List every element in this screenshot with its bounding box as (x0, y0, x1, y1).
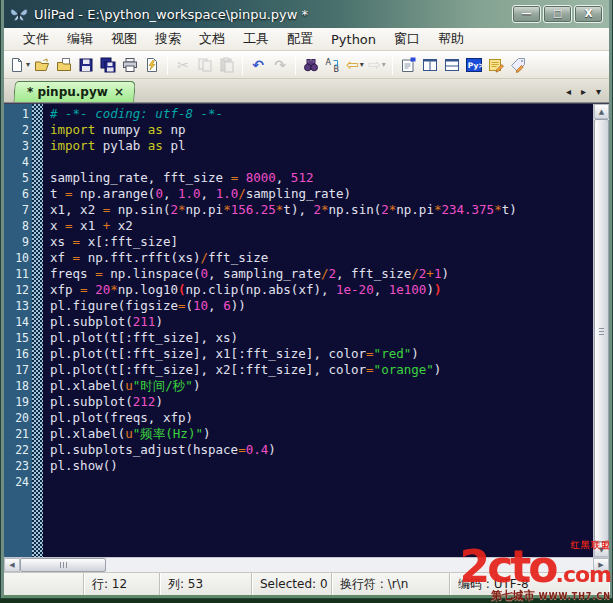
menu-item[interactable]: 帮助 (429, 28, 473, 50)
open-file-button[interactable] (31, 53, 53, 77)
menu-item[interactable]: 文件 (14, 28, 58, 50)
code-text: pl.plot(t[:fft_size], xs) (50, 330, 238, 345)
tab-next-icon[interactable]: ▸ (581, 86, 586, 97)
dropdown-caret-icon[interactable]: ▾ (360, 60, 364, 69)
code-text: # -*- coding: utf-8 -*- (50, 106, 223, 121)
minimize-button[interactable]: — (512, 5, 541, 23)
line-number: 4 (4, 154, 29, 170)
code-line[interactable]: 15pl.plot(t[:fft_size], xs) (4, 330, 593, 346)
toolbar: ▾✂↶↷AB⇦▾⇨▾Py> (4, 51, 609, 79)
code-line[interactable]: 9xs = x[:fft_size] (4, 234, 593, 250)
code-line[interactable]: 2import numpy as np (4, 122, 593, 138)
menu-item[interactable]: 配置 (278, 28, 322, 50)
python-shell-button[interactable]: Py> (463, 53, 485, 77)
code-text: xs = x[:fft_size] (50, 234, 178, 249)
code-line[interactable]: 17pl.plot(t[:fft_size], x2[:fft_size], c… (4, 362, 593, 378)
code-editor[interactable]: 1# -*- coding: utf-8 -*-2import numpy as… (4, 104, 593, 557)
tab-list-icon[interactable]: ▾ (596, 86, 601, 97)
print-button[interactable] (119, 53, 141, 77)
line-number: 19 (4, 394, 29, 410)
code-line[interactable]: 16pl.plot(t[:fft_size], x1[:fft_size], c… (4, 346, 593, 362)
horizontal-scroll-track[interactable] (106, 558, 593, 572)
editor-lines: 1# -*- coding: utf-8 -*-2import numpy as… (4, 106, 593, 490)
edit-tag-button[interactable] (507, 53, 529, 77)
code-line[interactable]: 21pl.xlabel(u"频率(Hz)") (4, 426, 593, 442)
menu-item[interactable]: 编辑 (58, 28, 102, 50)
document-properties-button[interactable] (397, 53, 419, 77)
menu-item[interactable]: 窗口 (385, 28, 429, 50)
code-line[interactable]: 14pl.subplot(211) (4, 314, 593, 330)
vertical-scroll-thumb[interactable] (594, 119, 609, 542)
close-button[interactable]: X (574, 5, 603, 23)
menu-item[interactable]: 工具 (234, 28, 278, 50)
code-line[interactable]: 3import pylab as pl (4, 138, 593, 154)
line-number: 8 (4, 218, 29, 234)
tab-pinpu-pyw[interactable]: * pinpu.pyw × (13, 81, 135, 102)
code-line[interactable]: 12xfp = 20*np.log10(np.clip(np.abs(xf), … (4, 282, 593, 298)
code-line[interactable]: 1# -*- coding: utf-8 -*- (4, 106, 593, 122)
menu-item[interactable]: 搜索 (146, 28, 190, 50)
code-line[interactable]: 4 (4, 154, 593, 170)
code-line[interactable]: 11freqs = np.linspace(0, sampling_rate/2… (4, 266, 593, 282)
toolbar-separator (167, 55, 168, 75)
code-text: pl.subplot(212) (50, 394, 163, 409)
ulipad-window: UliPad - E:\python_workspace\pinpu.pyw *… (1, 0, 612, 598)
scroll-up-icon[interactable]: ▲ (594, 104, 609, 119)
split-vertical-button[interactable] (419, 53, 441, 77)
line-number: 1 (4, 106, 29, 122)
line-number: 16 (4, 346, 29, 362)
vertical-scrollbar[interactable]: ▲ ▼ (593, 104, 609, 557)
menu-item[interactable]: 视图 (102, 28, 146, 50)
nav-back-button[interactable]: ⇦▾ (344, 53, 366, 77)
code-line[interactable]: 10xf = np.fft.rfft(xs)/fft_size (4, 250, 593, 266)
dropdown-caret-icon[interactable]: ▾ (26, 60, 30, 69)
line-number: 17 (4, 362, 29, 378)
code-text: pl.plot(freqs, xfp) (50, 410, 193, 425)
replace-button[interactable]: AB (322, 53, 344, 77)
code-text: import numpy as np (50, 122, 185, 137)
svg-text:B: B (334, 65, 340, 73)
undo-button[interactable]: ↶ (247, 53, 269, 77)
find-button[interactable] (300, 53, 322, 77)
code-line[interactable]: 7x1, x2 = np.sin(2*np.pi*156.25*t), 2*np… (4, 202, 593, 218)
save-button[interactable] (75, 53, 97, 77)
scroll-right-icon[interactable]: ▶ (593, 558, 609, 572)
edit-note-button[interactable] (485, 53, 507, 77)
status-encoding: 编码 : UTF-8 (450, 573, 609, 595)
new-file-button[interactable]: ▾ (8, 53, 31, 77)
code-line[interactable]: 6t = np.arange(0, 1.0, 1.0/sampling_rate… (4, 186, 593, 202)
code-line[interactable]: 18pl.xlabel(u"时间/秒") (4, 378, 593, 394)
open-folder-button[interactable] (53, 53, 75, 77)
tab-close-icon[interactable]: × (114, 85, 124, 99)
code-text: pl.figure(figsize=(10, 6)) (50, 298, 246, 313)
menu-item[interactable]: 文档 (190, 28, 234, 50)
print-icon (122, 57, 138, 73)
menu-item[interactable]: Python (322, 30, 385, 49)
code-line[interactable]: 20pl.plot(freqs, xfp) (4, 410, 593, 426)
code-line[interactable]: 19pl.subplot(212) (4, 394, 593, 410)
scroll-left-icon[interactable]: ◀ (4, 558, 20, 572)
code-line[interactable]: 24 (4, 474, 593, 490)
code-text: pl.subplots_adjust(hspace=0.4) (50, 442, 276, 457)
title-bar[interactable]: UliPad - E:\python_workspace\pinpu.pyw *… (4, 0, 609, 28)
document-properties-icon (400, 57, 416, 73)
save-all-button[interactable] (97, 53, 119, 77)
code-line[interactable]: 23pl.show() (4, 458, 593, 474)
maximize-button[interactable]: □ (543, 5, 572, 23)
line-number: 18 (4, 378, 29, 394)
new-file-icon (9, 57, 25, 73)
tab-label: * pinpu.pyw (27, 85, 108, 99)
line-number: 2 (4, 122, 29, 138)
horizontal-scrollbar[interactable]: ◀ ▶ (4, 557, 609, 572)
code-line[interactable]: 5sampling_rate, fft_size = 8000, 512 (4, 170, 593, 186)
code-line[interactable]: 13pl.figure(figsize=(10, 6)) (4, 298, 593, 314)
horizontal-scroll-thumb[interactable] (20, 558, 106, 572)
export-button[interactable] (141, 53, 163, 77)
tab-prev-icon[interactable]: ◂ (566, 86, 571, 97)
scroll-down-icon[interactable]: ▼ (594, 542, 609, 557)
python-shell-icon: Py> (466, 57, 482, 73)
split-horizontal-button[interactable] (441, 53, 463, 77)
dropdown-caret-icon[interactable]: ▾ (382, 60, 386, 69)
code-line[interactable]: 22pl.subplots_adjust(hspace=0.4) (4, 442, 593, 458)
code-line[interactable]: 8x = x1 + x2 (4, 218, 593, 234)
